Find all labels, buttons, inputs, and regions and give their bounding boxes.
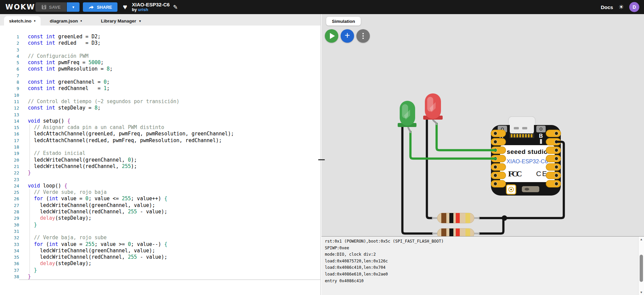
share-button[interactable]: SHARE [83, 2, 117, 12]
line-number: 5 [0, 59, 19, 66]
line-number: 33 [0, 241, 19, 248]
line-number: 6 [0, 66, 19, 72]
code-text: delay(stepDelay); [19, 260, 320, 267]
line-number: 21 [0, 163, 19, 170]
code-line[interactable]: 29 delay(stepDelay); [0, 215, 320, 221]
line-number: 16 [0, 131, 19, 137]
code-line[interactable]: 14void setup() { [0, 118, 320, 124]
code-line[interactable]: 5const int pwmFreq = 5000; [0, 59, 320, 66]
board-pin[interactable] [546, 164, 561, 171]
code-line[interactable]: 12const int stepDelay = 8; [0, 105, 320, 111]
favorite-heart-icon[interactable]: ♥ [123, 3, 127, 11]
code-line[interactable]: 8const int greenChannel = 0; [0, 79, 320, 85]
save-dropdown-button[interactable]: ▼ [67, 2, 80, 12]
code-line[interactable]: 16 ledcAttachChannel(greenLed, pwmFreq, … [0, 131, 320, 137]
code-editor[interactable]: 1const int greenLed = D2;2const int redL… [0, 26, 320, 280]
code-line[interactable]: 26 for (int value = 0; value <= 255; val… [0, 196, 320, 202]
serial-monitor[interactable]: rst:0x1 (POWERON),boot:0x5c (SPI_FAST_FL… [321, 236, 644, 295]
code-line[interactable]: 33 for (int value = 255; value >= 0; val… [0, 241, 320, 248]
simulation-menu-button[interactable] [356, 29, 370, 43]
add-part-button[interactable]: + [341, 29, 354, 43]
code-line[interactable]: 27 ledcWriteChannel(greenChannel, value)… [0, 202, 320, 209]
user-avatar[interactable]: D [629, 2, 639, 12]
resistor-1k-bottom[interactable] [432, 228, 480, 236]
code-line[interactable]: 34 ledcWriteChannel(greenChannel, value)… [0, 248, 320, 254]
code-line[interactable]: 21 ledcWriteChannel(redChannel, 255); [0, 163, 320, 170]
save-label: SAVE [49, 5, 60, 10]
code-line[interactable]: 4// Configuración PWM [0, 53, 320, 59]
kebab-menu-icon [362, 33, 364, 34]
code-line[interactable]: 23 [0, 176, 320, 183]
board-pin[interactable] [546, 147, 561, 154]
tab-simulation[interactable]: Simulation [326, 17, 361, 26]
line-number: 23 [0, 176, 19, 183]
code-line[interactable]: 1const int greenLed = D2; [0, 34, 320, 40]
code-text: const int pwmResolution = 8; [19, 66, 320, 72]
board-pin[interactable] [546, 172, 561, 179]
board-pin[interactable] [491, 172, 506, 179]
editor-tab-bar: sketch.ino ● diagram.json ● Library Mana… [0, 14, 320, 26]
scrollbar-thumb[interactable] [640, 255, 643, 282]
code-text [19, 92, 320, 98]
save-button[interactable]: SAVE [36, 2, 66, 12]
code-line[interactable]: 17 ledcAttachChannel(redLed, pwmFreq, pw… [0, 137, 320, 144]
author-link[interactable]: urish [138, 7, 148, 12]
wire-green-led-anode-d2[interactable] [410, 132, 496, 159]
code-text: // Configuración PWM [19, 53, 320, 59]
serial-monitor-output: rst:0x1 (POWERON),boot:0x5c (SPI_FAST_FL… [321, 237, 644, 284]
code-line[interactable]: 36 delay(stepDelay); [0, 260, 320, 267]
code-line[interactable]: 20 ledcWriteChannel(greenChannel, 0); [0, 157, 320, 163]
line-number: 13 [0, 112, 19, 118]
board-pin[interactable] [546, 155, 561, 162]
line-number: 32 [0, 235, 19, 241]
docs-link[interactable]: Docs [601, 4, 613, 10]
edit-title-pencil-icon[interactable]: ✎ [173, 4, 178, 11]
code-line[interactable]: 37 } [0, 267, 320, 273]
panel-divider-handle[interactable] [318, 159, 325, 160]
code-line[interactable]: 2const int redLed = D3; [0, 40, 320, 46]
code-line[interactable]: 22} [0, 170, 320, 176]
code-line[interactable]: 32 // Verde baja, rojo sube [0, 235, 320, 241]
code-line[interactable]: 6const int pwmResolution = 8; [0, 66, 320, 72]
tab-sketch-ino[interactable]: sketch.ino ● [4, 16, 41, 26]
board-pin[interactable] [491, 138, 506, 145]
code-line[interactable]: 3 [0, 47, 320, 53]
code-line[interactable]: 31 [0, 228, 320, 235]
code-line[interactable]: 24void loop() { [0, 183, 320, 189]
green-led[interactable] [398, 101, 416, 133]
tab-diagram-json[interactable]: diagram.json ● [45, 16, 87, 26]
scroll-up-arrow-icon[interactable]: ▲ [639, 238, 644, 241]
scroll-down-arrow-icon[interactable]: ▼ [639, 291, 644, 294]
line-number: 8 [0, 79, 19, 85]
code-line[interactable]: 15 // Asignar cada pin a un canal PWM di… [0, 124, 320, 131]
board-pin[interactable] [546, 180, 561, 187]
code-text [19, 112, 320, 118]
serial-scrollbar[interactable]: ▲ ▼ [638, 237, 644, 295]
code-line[interactable]: 10 [0, 92, 320, 98]
code-line[interactable]: 18 [0, 144, 320, 150]
play-button[interactable] [325, 29, 338, 43]
code-line[interactable]: 9const int redChannel = 1; [0, 85, 320, 92]
board-pin[interactable] [491, 164, 506, 171]
code-line[interactable]: 38} [0, 273, 320, 280]
tab-library-manager[interactable]: Library Manager ▾ [96, 16, 146, 26]
board-pin[interactable] [491, 130, 506, 137]
wire-red-led-anode-d3[interactable] [437, 124, 496, 150]
wire-red-led-cathode[interactable] [427, 117, 432, 218]
board-pin[interactable] [491, 180, 506, 187]
code-line[interactable]: 25 // Verde sube, rojo baja [0, 189, 320, 196]
board-pin[interactable] [546, 130, 561, 137]
code-line[interactable]: 11// Control del tiempo (~2 segundos por… [0, 98, 320, 105]
code-line[interactable]: 28 ledcWriteChannel(redChannel, 255 - va… [0, 209, 320, 215]
simulation-canvas[interactable]: R B seeed studio XIAO-ESP32-C6 FCC CE [321, 14, 644, 236]
line-number: 10 [0, 92, 19, 98]
code-line[interactable]: 13 [0, 112, 320, 118]
code-line[interactable]: 35 ledcWriteChannel(redChannel, 255 - va… [0, 254, 320, 260]
resistor-1k-top[interactable] [432, 213, 480, 223]
theme-toggle-sun-icon[interactable]: ☀ [618, 3, 624, 11]
code-line[interactable]: 30 } [0, 222, 320, 228]
wire-resistor2-gnd[interactable] [480, 219, 503, 234]
code-line[interactable]: 7 [0, 73, 320, 79]
wokwi-logo[interactable]: WOKWi [5, 3, 34, 11]
code-line[interactable]: 19 // Estado inicial [0, 150, 320, 157]
